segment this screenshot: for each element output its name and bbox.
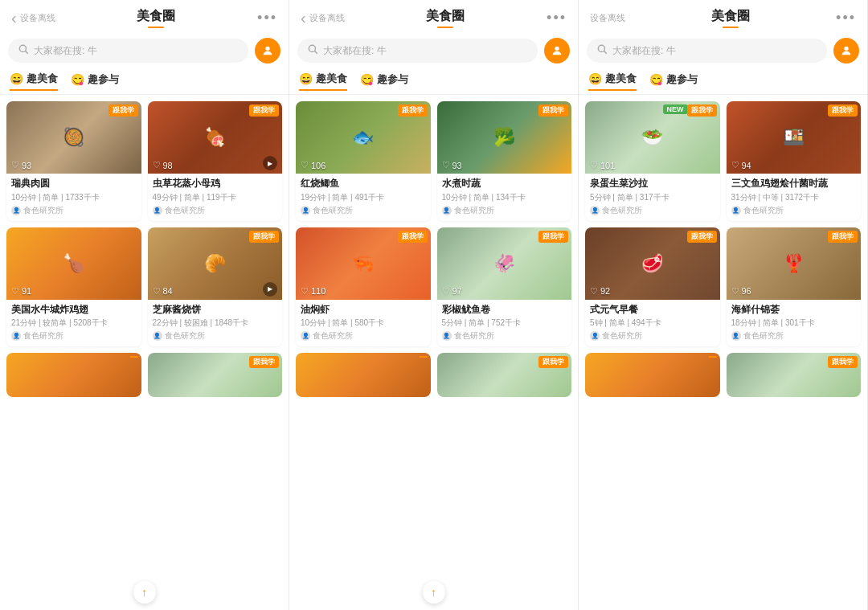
follow-badge[interactable]: 跟我学 [538,104,568,117]
recipe-author: 👤食色研究所 [301,330,426,342]
partial-card [6,353,141,397]
tab-tab1[interactable]: 😄趣美食 [588,72,637,91]
tab-tab2[interactable]: 😋趣参与 [71,72,119,91]
follow-badge[interactable]: 跟我学 [108,104,138,117]
new-badge: NEW [663,104,688,114]
author-avatar: 👤 [442,206,452,215]
card-image: 🍖跟我学♡98▶ [148,101,283,174]
play-button[interactable]: ▶ [263,156,277,170]
follow-badge[interactable]: 跟我学 [687,231,717,243]
recipe-title: 美国水牛城炸鸡翅 [11,304,137,317]
more-button[interactable]: ••• [257,10,277,27]
card-body: 油焖虾10分钟 | 简单 | 580千卡👤食色研究所 [296,300,431,347]
follow-badge[interactable]: 跟我学 [687,104,717,117]
follow-badge[interactable]: 跟我学 [398,231,428,243]
search-input-wrap[interactable]: 大家都在搜: 牛 [8,39,248,63]
follow-badge[interactable]: 跟我学 [828,104,858,117]
recipe-meta: 31分钟 | 中等 | 3172千卡 [731,192,857,203]
likes-number: 93 [22,161,31,170]
recipe-meta: 22分钟 | 较困难 | 1848千卡 [153,317,278,329]
header-left: 设备离线 [590,12,625,24]
recipe-card[interactable]: 🦑跟我学♡97彩椒鱿鱼卷5分钟 | 简单 | 752千卡👤食色研究所 [437,227,572,347]
likes-number: 84 [163,286,173,296]
recipe-title: 油焖虾 [301,304,426,317]
scroll-up-button[interactable]: ↑ [133,581,156,604]
heart-icon: ♡ [301,160,309,170]
author-name: 食色研究所 [454,205,494,216]
tab-tab2[interactable]: 😋趣参与 [360,72,408,91]
svg-point-5 [555,47,559,51]
partial-bottom-row: 跟我学 [296,353,571,397]
recipe-card[interactable]: 🥩跟我学♡92式元气早餐5钟 | 简单 | 494千卡👤食色研究所 [585,227,720,347]
author-avatar: 👤 [590,206,600,215]
author-name: 食色研究所 [313,205,353,216]
card-body: 水煮时蔬10分钟 | 简单 | 134千卡👤食色研究所 [437,174,572,221]
like-count: ♡97 [442,286,462,297]
recipe-author: 👤食色研究所 [442,330,567,342]
recipe-card[interactable]: 🥐跟我学♡84▶芝麻酱烧饼22分钟 | 较困难 | 1848千卡👤食色研究所 [148,227,283,347]
more-button[interactable]: ••• [547,10,567,27]
user-avatar-button[interactable] [544,38,570,63]
user-avatar-button[interactable] [255,38,280,63]
likes-number: 97 [452,286,462,296]
heart-icon: ♡ [442,286,450,297]
heart-icon: ♡ [731,160,739,170]
play-button[interactable]: ▶ [263,282,277,297]
tab-label: 趣参与 [666,72,698,87]
recipe-card[interactable]: 🥘跟我学♡93瑞典肉圆10分钟 | 简单 | 1733千卡👤食色研究所 [6,101,141,221]
recipe-card[interactable]: 🐟跟我学♡106红烧鲫鱼19分钟 | 简单 | 491千卡👤食色研究所 [296,101,431,221]
card-image: 🦑跟我学♡97 [437,227,572,300]
heart-icon: ♡ [301,286,309,297]
search-input-wrap[interactable]: 大家都在搜: 牛 [297,39,538,63]
recipe-title: 芝麻酱烧饼 [153,304,278,317]
back-button[interactable]: ‹ [11,9,17,27]
follow-badge[interactable]: 跟我学 [249,231,279,243]
card-image: 🦞跟我学♡96 [727,227,862,300]
recipe-card[interactable]: 🍗♡91美国水牛城炸鸡翅21分钟 | 较简单 | 5208千卡👤食色研究所 [6,227,141,347]
tab-label: 趣美食 [605,72,637,86]
follow-badge[interactable]: 跟我学 [538,231,568,243]
tab-emoji: 😋 [649,73,663,86]
follow-badge[interactable]: 跟我学 [828,231,858,243]
author-avatar: 👤 [153,206,162,215]
recipe-card[interactable]: 🍖跟我学♡98▶虫草花蒸小母鸡49分钟 | 简单 | 119千卡👤食色研究所 [148,101,283,221]
back-button[interactable]: ‹ [301,9,306,27]
user-avatar-button[interactable] [833,38,859,63]
scroll-up-button[interactable]: ↑ [423,581,445,604]
author-avatar: 👤 [301,206,310,215]
recipe-author: 👤食色研究所 [301,205,426,216]
search-input-wrap[interactable]: 大家都在搜: 牛 [587,39,827,63]
recipe-card[interactable]: 🦞跟我学♡96海鲜什锦荟18分钟 | 简单 | 301千卡👤食色研究所 [727,227,862,347]
card-image: 🍱跟我学♡94 [727,101,862,174]
recipe-card[interactable]: 🥦跟我学♡93水煮时蔬10分钟 | 简单 | 134千卡👤食色研究所 [437,101,572,221]
recipe-meta: 5钟 | 简单 | 494千卡 [590,317,715,329]
more-button[interactable]: ••• [836,10,856,27]
likes-number: 96 [742,286,751,296]
recipe-card[interactable]: 🍱跟我学♡94三文鱼鸡翅烩什菌时蔬31分钟 | 中等 | 3172千卡👤食色研究… [727,101,862,221]
author-avatar: 👤 [153,331,162,341]
card-image: 🥗NEW跟我学♡101 [585,101,720,174]
author-avatar: 👤 [731,206,741,215]
author-avatar: 👤 [442,331,452,341]
card-image: 🥘跟我学♡93 [6,101,141,174]
recipe-card[interactable]: 🦐跟我学♡110油焖虾10分钟 | 简单 | 580千卡👤食色研究所 [296,227,431,347]
tab-tab2[interactable]: 😋趣参与 [649,72,698,91]
recipe-author: 👤食色研究所 [590,330,715,342]
follow-badge[interactable]: 跟我学 [398,104,428,117]
tab-tab1[interactable]: 😄趣美食 [10,72,58,91]
follow-badge[interactable]: 跟我学 [249,104,279,117]
recipe-card[interactable]: 🥗NEW跟我学♡101泉蛋生菜沙拉5分钟 | 简单 | 317千卡👤食色研究所 [585,101,720,221]
tab-emoji: 😋 [71,73,84,86]
like-count: ♡110 [301,286,326,297]
recipe-title: 海鲜什锦荟 [731,304,857,317]
recipe-meta: 49分钟 | 简单 | 119千卡 [153,192,278,203]
tab-tab1[interactable]: 😄趣美食 [299,72,347,91]
title-underline [723,27,739,28]
card-body: 泉蛋生菜沙拉5分钟 | 简单 | 317千卡👤食色研究所 [585,174,720,221]
recipe-meta: 10分钟 | 简单 | 1733千卡 [11,192,137,203]
partial-card: 跟我学 [727,353,862,397]
app-title: 美食圈 [426,8,465,25]
device-status: 设备离线 [590,12,625,24]
header-left: ‹设备离线 [301,9,345,27]
header: ‹设备离线美食圈••• [0,0,289,33]
